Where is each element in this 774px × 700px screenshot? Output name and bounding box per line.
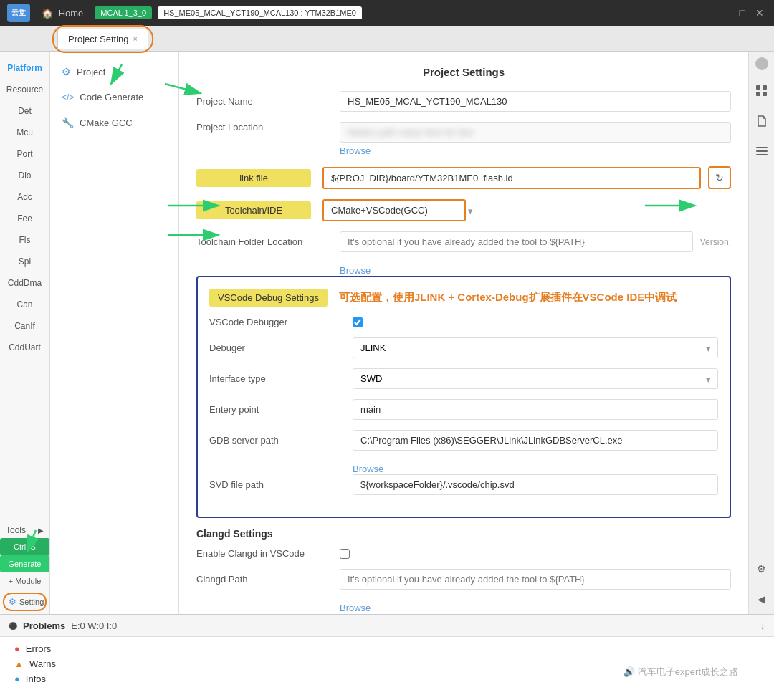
gear-right-icon[interactable]: ⚙ <box>752 560 771 578</box>
vscode-debugger-row: VSCode Debugger <box>209 317 718 327</box>
sidebar-item-fee[interactable]: Fee <box>0 208 49 229</box>
sidebar-item-canif[interactable]: CanIf <box>0 315 49 337</box>
project-location-input[interactable]: hidden path value here for blur <box>340 122 731 143</box>
toolchain-row: Toolchain/IDE CMake+VSCode(GCC) CMake+Ec… <box>196 199 731 221</box>
maximize-btn[interactable]: □ <box>737 6 748 20</box>
sidebar-item-port[interactable]: Port <box>0 143 49 165</box>
entry-point-label: Entery point <box>209 404 353 415</box>
svg-rect-3 <box>763 92 767 96</box>
link-file-row: link file ↻ <box>196 166 731 189</box>
clangd-path-label: Clangd Path <box>196 574 340 585</box>
vscode-debug-badge: VSCode Debug Settings <box>209 289 328 307</box>
gdb-server-label: GDB server path <box>209 435 353 446</box>
enable-clangd-checkbox[interactable] <box>340 549 350 559</box>
clangd-path-input[interactable] <box>340 569 731 590</box>
nav-project[interactable]: ⚙ Project <box>50 59 178 85</box>
generate-btn[interactable]: Generate <box>0 555 49 572</box>
svg-rect-0 <box>756 85 760 90</box>
svg-rect-1 <box>763 85 767 90</box>
toolchain-select[interactable]: CMake+VSCode(GCC) CMake+Eclipse(GCC) CMa… <box>322 199 466 221</box>
nav-code-generate[interactable]: </> Code Generate <box>50 85 178 110</box>
left-sidebar: Platform Resource Det Mcu Port Dio Adc F… <box>0 52 50 614</box>
sidebar-item-mcu[interactable]: Mcu <box>0 122 49 143</box>
minimize-btn[interactable]: — <box>717 6 732 20</box>
tab-close-btn[interactable]: × <box>133 34 138 43</box>
toolchain-folder-label: Toolchain Folder Location <box>196 236 340 247</box>
add-module-btn[interactable]: + Module <box>0 572 49 590</box>
debuger-label: Debuger <box>209 342 353 353</box>
sidebar-item-can[interactable]: Can <box>0 294 49 315</box>
sidebar-item-adc[interactable]: Adc <box>0 186 49 208</box>
sidebar-item-spi[interactable]: Spi <box>0 251 49 272</box>
debuger-select[interactable]: JLINK OpenOCD pyOCD <box>353 337 718 358</box>
warn-icon: ▲ <box>14 658 24 669</box>
project-setting-tab[interactable]: Project Setting × <box>57 29 148 49</box>
mcal-badge[interactable]: MCAL 1_3_0 <box>95 6 152 19</box>
gdb-server-input[interactable] <box>353 430 718 451</box>
link-file-input[interactable] <box>322 167 701 189</box>
enable-clangd-label: Enable Clangd in VSCode <box>196 548 340 559</box>
project-name-label: Project Name <box>196 96 340 107</box>
sidebar-item-platform[interactable]: Platform <box>0 57 49 79</box>
svg-rect-4 <box>756 147 768 148</box>
svd-file-input[interactable] <box>353 474 718 495</box>
vscode-debug-note: 可选配置，使用JLINK + Cortex-Debug扩展插件在VSCode I… <box>339 291 677 305</box>
active-tab[interactable]: HS_ME05_MCAL_YCT190_MCAL130 : YTM32B1ME0 <box>158 6 362 19</box>
ctrl-s-btn[interactable]: Ctrl+S <box>0 538 49 555</box>
window-controls: — □ ✕ <box>717 6 767 20</box>
gdb-server-browse[interactable]: Browse <box>353 464 383 474</box>
app-logo: 云堂 <box>7 4 30 22</box>
sidebar-item-det[interactable]: Det <box>0 100 49 122</box>
problems-content: ● Errors ▲ Warns ● Infos <box>0 637 774 691</box>
project-location-browse[interactable]: Browse <box>340 145 371 156</box>
link-file-label: link file <box>196 169 311 187</box>
link-file-refresh-btn[interactable]: ↻ <box>708 166 731 189</box>
setting-item[interactable]: ⚙ Setting <box>0 590 49 614</box>
debuger-row: Debuger JLINK OpenOCD pyOCD ▾ <box>209 337 718 358</box>
toolchain-folder-browse[interactable]: Browse <box>340 265 371 276</box>
vscode-debugger-label: VSCode Debugger <box>209 317 353 327</box>
entry-point-row: Entery point <box>209 399 718 420</box>
interface-type-label: Interface type <box>209 373 353 384</box>
close-btn[interactable]: ✕ <box>752 6 767 20</box>
svg-rect-6 <box>756 154 768 155</box>
problems-scroll-down[interactable]: ↓ <box>760 619 765 632</box>
top-bar: 云堂 🏠 Home MCAL 1_3_0 HS_ME05_MCAL_YCT190… <box>0 0 774 26</box>
settings-panel: Project Settings Project Name Project Lo… <box>179 52 748 614</box>
svd-file-label: SVD file path <box>209 479 353 490</box>
sidebar-item-resource[interactable]: Resource <box>0 79 49 100</box>
sidebar-item-dio[interactable]: Dio <box>0 165 49 186</box>
code-icon: </> <box>62 92 74 102</box>
grid-icon[interactable] <box>752 82 771 100</box>
file-icon[interactable] <box>752 112 771 130</box>
project-name-row: Project Name <box>196 91 731 112</box>
project-name-input[interactable] <box>340 91 731 112</box>
sidebar-item-cdddma[interactable]: CddDma <box>0 272 49 294</box>
sidebar-item-fls[interactable]: Fls <box>0 229 49 251</box>
setting-icon: ⚙ <box>9 597 16 607</box>
clangd-path-row: Clangd Path Browse <box>196 569 731 613</box>
info-icon: ● <box>14 673 20 684</box>
errors-item[interactable]: ● Errors <box>14 641 760 656</box>
project-location-label: Project Location <box>196 122 340 133</box>
interface-type-select[interactable]: SWD JTAG <box>353 368 718 389</box>
tab-bar: Project Setting × <box>0 26 774 52</box>
gdb-server-row: GDB server path Browse <box>209 430 718 474</box>
settings-title: Project Settings <box>196 66 731 78</box>
lines-icon[interactable] <box>752 142 771 160</box>
sidebar-item-cdduart[interactable]: CddUart <box>0 337 49 358</box>
project-location-row: Project Location hidden path value here … <box>196 122 731 156</box>
tools-header: Tools ▶ <box>0 522 49 538</box>
clangd-section: Clangd Settings Enable Clangd in VSCode … <box>196 528 731 613</box>
home-icon: 🏠 <box>42 8 53 19</box>
vscode-debugger-checkbox[interactable] <box>353 317 363 327</box>
nav-cmake-gcc[interactable]: 🔧 CMake GCC <box>50 110 178 135</box>
toolchain-folder-input[interactable] <box>340 231 693 252</box>
vscode-debug-section: VSCode Debug Settings 可选配置，使用JLINK + Cor… <box>196 276 731 518</box>
clangd-path-browse[interactable]: Browse <box>340 603 371 613</box>
clangd-title: Clangd Settings <box>196 528 731 540</box>
entry-point-input[interactable] <box>353 399 718 420</box>
home-tab[interactable]: 🏠 Home <box>36 5 89 21</box>
vscode-debug-header: VSCode Debug Settings 可选配置，使用JLINK + Cor… <box>209 289 718 307</box>
chevron-right-icon[interactable]: ◀ <box>752 590 771 608</box>
